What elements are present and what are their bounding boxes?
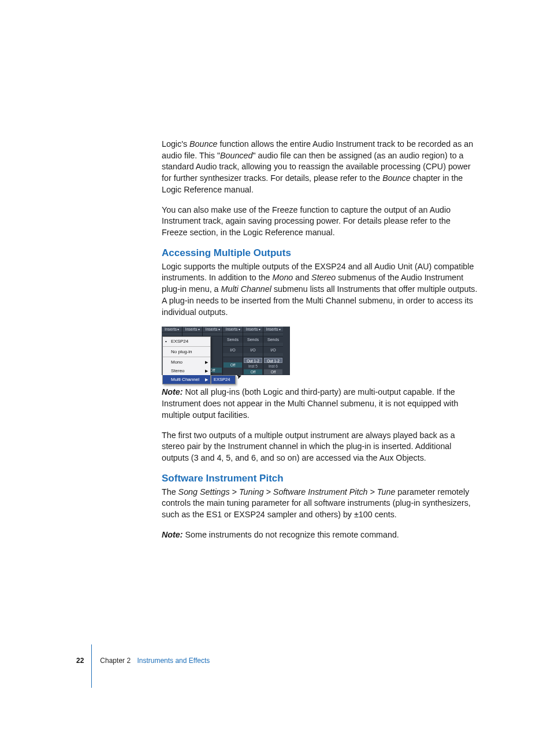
sends-label: Sends [223, 336, 243, 343]
paragraph-freeze: You can also make use of the Freeze func… [162, 205, 478, 239]
insert-slot[interactable] [263, 332, 283, 336]
sends-label: Sends [263, 336, 283, 343]
instrument-label: Inst 5 [243, 364, 263, 369]
dropdown-icon: ▾ [218, 328, 220, 331]
footer-rule [91, 644, 92, 688]
off-button[interactable]: Off [264, 369, 282, 375]
note-multi-output: Note: Not all plug-ins (both Logic and t… [162, 387, 478, 421]
paragraph-bounce: Logic's Bounce function allows the entir… [162, 139, 478, 196]
page-footer: 22 Chapter 2 Instruments and Effects [76, 657, 210, 665]
sends-label: Sends [243, 336, 263, 343]
io-label: I/O [223, 347, 243, 353]
plugin-context-menu: EXSP24 No plug-in Mono▶ Stereo▶ Multi Ch… [162, 336, 211, 384]
menu-item-stereo[interactable]: Stereo▶ [163, 366, 210, 375]
inserts-header[interactable]: Inserts▾ [162, 327, 182, 332]
dropdown-icon: ▾ [279, 328, 281, 331]
chapter-label: Chapter 2 [100, 657, 131, 665]
insert-slot[interactable] [203, 332, 222, 336]
inserts-header[interactable]: Inserts▾ [203, 327, 222, 332]
menu-item-no-plugin[interactable]: No plug-in [163, 347, 210, 356]
io-slot[interactable] [263, 353, 283, 357]
chapter-title: Instruments and Effects [137, 657, 210, 665]
submenu-item-exsp24[interactable]: EXSP24 [211, 376, 235, 384]
output-button[interactable]: Out 1-2 [264, 358, 282, 363]
io-slot[interactable] [223, 353, 243, 357]
menu-separator [163, 357, 210, 357]
menu-item-exsp24[interactable]: EXSP24 [163, 337, 210, 346]
insert-slot[interactable] [162, 332, 182, 336]
submenu-arrow-icon: ▶ [205, 368, 208, 374]
dropdown-icon: ▾ [239, 328, 240, 331]
insert-slot[interactable] [223, 332, 243, 336]
paragraph-tune: The Song Settings > Tuning > Software In… [162, 487, 478, 521]
off-button[interactable]: Off [244, 369, 262, 375]
insert-slot[interactable] [183, 332, 202, 336]
off-button[interactable]: Off [224, 362, 242, 368]
submenu-multi-channel: EXSP24 [211, 375, 236, 384]
channel-strip: Inserts▾ Sends I/O Off [222, 327, 243, 375]
channel-strip: Inserts▾ Sends I/O Out 1-2 Inst 5 Off [243, 327, 263, 375]
send-slot[interactable] [223, 343, 243, 347]
menu-separator [163, 346, 210, 347]
dropdown-icon: ▾ [177, 328, 179, 331]
send-slot[interactable] [243, 343, 263, 347]
inserts-header[interactable]: Inserts▾ [183, 327, 202, 332]
inserts-header[interactable]: Inserts▾ [263, 327, 283, 332]
menu-item-multi-channel[interactable]: Multi Channel▶ EXSP24 [163, 375, 210, 384]
inserts-header[interactable]: Inserts▾ [243, 327, 263, 332]
submenu-arrow-icon: ▶ [205, 359, 208, 365]
dropdown-icon: ▾ [198, 328, 200, 331]
output-button[interactable]: Out 1-2 [244, 358, 262, 363]
io-label: I/O [243, 347, 263, 353]
note-remote-command: Note: Some instruments do not recognize … [162, 529, 478, 541]
paragraph-multi-outputs: Logic supports the multiple outputs of t… [162, 261, 478, 318]
dropdown-icon: ▾ [259, 328, 260, 331]
paragraph-stereo-pair: The first two outputs of a multiple outp… [162, 430, 478, 464]
instrument-label: Inst 6 [263, 364, 283, 369]
insert-slot[interactable] [243, 332, 263, 336]
io-label: I/O [263, 347, 283, 353]
heading-accessing-multiple-outputs: Accessing Multiple Outputs [162, 247, 478, 259]
figure-mixer-screenshot: Inserts▾ Off Inserts▾ Off Inserts▾ Off I… [162, 327, 290, 375]
send-slot[interactable] [263, 343, 283, 347]
io-slot[interactable] [243, 353, 263, 357]
submenu-arrow-icon: ▶ [205, 376, 208, 383]
channel-strip: Inserts▾ Sends I/O Out 1-2 Inst 6 Off [263, 327, 283, 375]
page-number: 22 [76, 657, 84, 665]
menu-item-mono[interactable]: Mono▶ [163, 358, 210, 366]
inserts-header[interactable]: Inserts▾ [223, 327, 243, 332]
heading-software-instrument-pitch: Software Instrument Pitch [162, 473, 478, 484]
page-content: Logic's Bounce function allows the entir… [162, 139, 478, 550]
